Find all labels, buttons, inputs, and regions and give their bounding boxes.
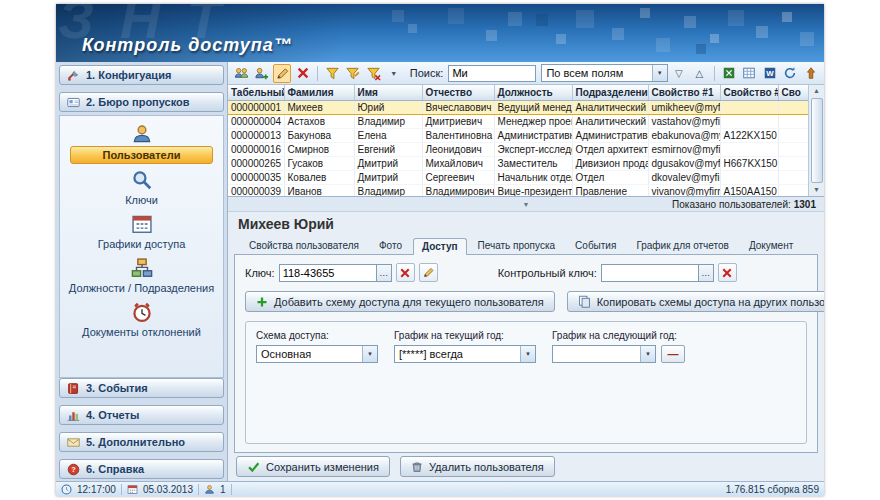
key-clear-button[interactable] [396, 263, 415, 282]
scheme-field: Схема доступа: Основная ▼ [256, 330, 378, 363]
tab-access[interactable]: Доступ [413, 238, 467, 255]
column-header[interactable]: Табельный № [228, 85, 284, 100]
scheme-label: Схема доступа: [256, 330, 378, 341]
current-year-select[interactable]: [*****] всегда ▼ [394, 345, 536, 363]
copy-access-scheme-button[interactable]: Копировать схемы доступа на других польз… [567, 291, 824, 312]
control-key-clear-button[interactable] [718, 263, 737, 282]
pass-bureau-panel: Пользователи Ключи Графики доступа Должн… [59, 115, 224, 378]
column-header[interactable]: Сво [778, 85, 808, 100]
column-header[interactable]: Подразделение [572, 85, 648, 100]
export-word-button[interactable]: W [761, 64, 779, 83]
cell [778, 170, 808, 184]
scroll-up-icon[interactable]: ▲ [813, 86, 820, 96]
cell: Дмитриевич [422, 114, 494, 128]
filter-button[interactable] [323, 64, 341, 83]
grid-scrollbar[interactable]: ▲ ▼ [808, 85, 824, 196]
filter-clear-button[interactable] [364, 64, 382, 83]
table-row[interactable]: 000000039ИвановВладимирВладимировичВице-… [228, 184, 808, 196]
scroll-thumb[interactable] [811, 98, 823, 183]
search-scope-select[interactable]: По всем полям ▼ [541, 64, 667, 82]
user-icon [204, 484, 215, 495]
key-edit-button[interactable] [419, 263, 438, 282]
cell: Владимирович [422, 184, 494, 196]
current-year-field: График на текущий год: [*****] всегда ▼ [394, 330, 536, 363]
decor-square [656, 38, 670, 52]
save-changes-button[interactable]: Сохранить изменения [236, 456, 390, 477]
filter-edit-button[interactable] [343, 64, 361, 83]
table-row[interactable]: 000000001МихеевЮрийВячеславовичВедущий м… [228, 100, 808, 114]
add-access-scheme-button[interactable]: Добавить схему доступа для текущего поль… [245, 291, 555, 312]
cell: Отдел [572, 170, 648, 184]
delete-user-button[interactable]: Удалить пользователя [400, 456, 555, 477]
column-header[interactable]: Отчество [422, 85, 494, 100]
status-sessions: 1 [220, 484, 226, 495]
next-year-select[interactable]: ▼ [552, 345, 656, 363]
table-row[interactable]: 000000004АстаховВладимирДмитриевичМенедж… [228, 114, 808, 128]
filter-menu-arrow[interactable]: ▼ [384, 64, 402, 83]
sidebar-item-keys[interactable]: Ключи [60, 169, 223, 208]
sidebar-section-reports[interactable]: 4. Отчеты [59, 405, 224, 425]
sidebar-section-pass-bureau[interactable]: 2. Бюро пропусков [59, 92, 224, 112]
users-list-button[interactable] [232, 64, 250, 83]
save-changes-label: Сохранить изменения [266, 461, 379, 473]
delete-user-toolbar-button[interactable] [293, 64, 311, 83]
splitter-handle[interactable]: ▼ [523, 201, 530, 208]
sidebar-item-deviation-documents[interactable]: Документы отклонений [60, 301, 223, 340]
cell: Вице-президент по [494, 184, 572, 196]
table-row[interactable]: 000000016СмирновЕвгенийЛеонидовичЭксперт… [228, 142, 808, 156]
control-key-browse-button[interactable]: … [699, 264, 714, 282]
key-browse-button[interactable]: … [377, 264, 392, 282]
section-label: 4. Отчеты [86, 409, 139, 421]
column-header[interactable]: Свойство #1 [648, 85, 720, 100]
table-row[interactable]: 000000013БакуноваЕленаВалентиновнаАдмини… [228, 128, 808, 142]
cell: Елена [354, 128, 422, 142]
view-grid-button[interactable] [740, 64, 758, 83]
cell: Смирнов [284, 142, 354, 156]
refresh-button[interactable] [781, 64, 799, 83]
remove-next-year-schedule-button[interactable]: — [661, 345, 685, 363]
chevron-down-icon: ▼ [520, 346, 535, 362]
scroll-down-icon[interactable]: ▼ [813, 185, 820, 195]
sidebar-section-configuration[interactable]: 1. Конфигуация [59, 65, 224, 85]
sidebar-item-positions-departments[interactable]: Должности / Подразделения [60, 257, 223, 296]
search-input[interactable] [448, 65, 536, 82]
sidebar-section-help[interactable]: ? 6. Справка [59, 459, 224, 479]
key-input[interactable] [279, 264, 377, 282]
tab-photo[interactable]: Фото [370, 237, 411, 254]
main-content: ▼ Поиск: По всем полям ▼ ▽ △ W [228, 62, 824, 481]
sidebar-section-additional[interactable]: 5. Дополнительно [59, 432, 224, 452]
user-icon [131, 123, 153, 145]
scheme-select[interactable]: Основная ▼ [256, 345, 378, 363]
status-version: 1.76.815 сборка 859 [726, 484, 819, 495]
cell: Аналитический [572, 114, 648, 128]
table-row[interactable]: 000000035КовалевДмитрийСергеевичНачальни… [228, 170, 808, 184]
cell: 000000013 [228, 128, 284, 142]
edit-user-button[interactable] [273, 64, 291, 83]
item-label: Графики доступа [94, 236, 190, 252]
column-header[interactable]: Свойство #2 [720, 85, 778, 100]
column-header[interactable]: Фамилия [284, 85, 354, 100]
sort-ascending-button[interactable]: △ [690, 64, 708, 83]
sort-descending-button[interactable]: ▽ [670, 64, 688, 83]
cell: Юрий [354, 100, 422, 114]
column-header[interactable]: Должность [494, 85, 572, 100]
tab-print-pass[interactable]: Печать пропуска [469, 237, 565, 254]
cell [720, 100, 778, 114]
export-excel-button[interactable] [720, 64, 738, 83]
sidebar-section-events[interactable]: 3. События [59, 378, 224, 398]
alarm-clock-icon [131, 301, 153, 323]
add-user-button[interactable] [252, 64, 270, 83]
sidebar-item-access-schedules[interactable]: Графики доступа [60, 213, 223, 252]
search-scope-value: По всем полям [546, 67, 623, 79]
table-row[interactable]: 000000265ГусаковДмитрийМихайловичЗамести… [228, 156, 808, 170]
tab-user-properties[interactable]: Свойства пользователя [240, 237, 368, 254]
column-header[interactable]: Имя [354, 85, 422, 100]
control-key-input[interactable] [601, 264, 699, 282]
scroll-to-top-button[interactable] [802, 64, 820, 83]
toolbar-separator [714, 66, 715, 81]
tab-events[interactable]: События [566, 237, 625, 254]
copy-icon [578, 295, 591, 308]
tab-document[interactable]: Документ [740, 237, 802, 254]
tab-report-schedule[interactable]: График для отчетов [627, 237, 738, 254]
sidebar-item-users[interactable]: Пользователи [60, 123, 223, 164]
